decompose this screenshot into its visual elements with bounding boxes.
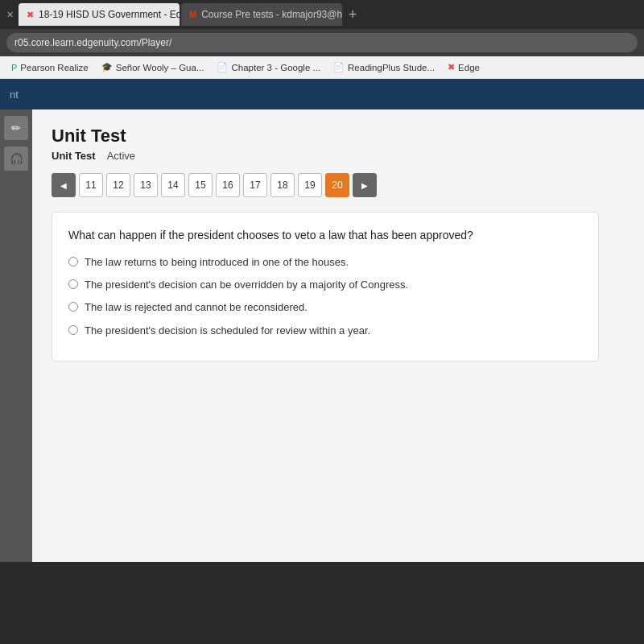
tab-favicon-gmail: M	[189, 10, 196, 19]
unit-test-label: Unit Test	[52, 150, 96, 162]
edgenuity-nav: nt	[0, 79, 644, 109]
new-tab-button[interactable]: +	[344, 6, 362, 23]
question-text: What can happen if the president chooses…	[68, 227, 582, 244]
answer-text-1: The law returns to being introduced in o…	[85, 255, 349, 270]
nav-q18[interactable]: 18	[270, 173, 295, 197]
answer-text-3: The law is rejected and cannot be recons…	[85, 300, 308, 315]
tab-edgenuity[interactable]: ✖ 18-19 HISD US Government - Edg ✕	[19, 3, 180, 26]
sidebar-pencil-icon[interactable]: ✏	[4, 116, 28, 140]
answer-option-2[interactable]: The president's decision can be overridd…	[68, 278, 582, 292]
nav-q12[interactable]: 12	[106, 173, 130, 197]
unit-test-subtitle: Unit Test Active	[52, 150, 625, 162]
address-input[interactable]	[6, 33, 638, 52]
sidebar-headphone-icon[interactable]: 🎧	[4, 147, 28, 171]
answer-text-4: The president's decision is scheduled fo…	[85, 324, 370, 338]
question-card: What can happen if the president chooses…	[52, 212, 599, 361]
nav-q20[interactable]: 20	[325, 173, 349, 197]
bookmark-readingplus[interactable]: 📄 ReadingPlus Stude...	[328, 60, 440, 74]
tab-gmail[interactable]: M Course Pre tests - kdmajor93@h ✕	[181, 3, 342, 26]
address-bar	[0, 29, 644, 56]
bookmark-pearson[interactable]: P Pearson Realize	[6, 61, 93, 74]
nav-q16[interactable]: 16	[216, 173, 240, 197]
radio-2[interactable]	[68, 279, 78, 289]
answer-option-3[interactable]: The law is rejected and cannot be recons…	[68, 300, 582, 315]
tab-bar: ✕ ✖ 18-19 HISD US Government - Edg ✕ M C…	[0, 0, 644, 29]
nav-q17[interactable]: 17	[243, 173, 267, 197]
answer-option-4[interactable]: The president's decision is scheduled fo…	[68, 324, 582, 338]
bookmark-label-senor: Señor Wooly – Gua...	[116, 63, 204, 72]
nav-prev-button[interactable]: ◀	[52, 173, 76, 197]
bookmark-edge[interactable]: ✖ Edge	[443, 60, 485, 74]
radio-4[interactable]	[68, 325, 78, 335]
active-status: Active	[107, 150, 135, 162]
bookmark-icon-chapter3: 📄	[217, 62, 228, 72]
bookmark-label-edge: Edge	[458, 63, 480, 72]
nav-next-button[interactable]: ▶	[353, 173, 377, 197]
nav-prev-icon: ◀	[60, 181, 67, 190]
content-panel: Unit Test Unit Test Active ◀ 11 12 13 14…	[32, 109, 644, 562]
bookmark-icon-pearson: P	[11, 63, 17, 72]
bookmark-icon-edge: ✖	[448, 62, 455, 72]
radio-3[interactable]	[68, 302, 78, 312]
bookmark-label-pearson: Pearson Realize	[20, 63, 88, 72]
page-content: nt ✏ 🎧 Unit Test Unit Test Active ◀ 11 1…	[0, 79, 644, 562]
tab-label-edgenuity: 18-19 HISD US Government - Edg	[39, 9, 180, 20]
bookmarks-bar: P Pearson Realize 🎓 Señor Wooly – Gua...…	[0, 56, 644, 79]
radio-1[interactable]	[68, 257, 78, 266]
bookmark-senor[interactable]: 🎓 Señor Wooly – Gua...	[97, 60, 209, 74]
nav-q13[interactable]: 13	[134, 173, 158, 197]
bookmark-icon-senor: 🎓	[101, 62, 113, 72]
answer-option-1[interactable]: The law returns to being introduced in o…	[68, 255, 582, 270]
unit-test-title: Unit Test	[52, 126, 625, 147]
nav-q14[interactable]: 14	[161, 173, 185, 197]
nav-q15[interactable]: 15	[188, 173, 213, 197]
answer-text-2: The president's decision can be overridd…	[85, 278, 408, 292]
bookmark-label-readingplus: ReadingPlus Stude...	[348, 63, 435, 72]
nav-text: nt	[10, 89, 19, 101]
bookmark-chapter3[interactable]: 📄 Chapter 3 - Google ...	[212, 60, 325, 74]
browser-close-button[interactable]: ✕	[3, 10, 17, 20]
nav-next-icon: ▶	[361, 181, 368, 190]
browser-chrome: ✕ ✖ 18-19 HISD US Government - Edg ✕ M C…	[0, 0, 644, 79]
tab-favicon-edgenuity: ✖	[27, 10, 34, 20]
main-area: ✏ 🎧 Unit Test Unit Test Active ◀ 11 12 1…	[0, 109, 644, 562]
bookmark-icon-readingplus: 📄	[333, 62, 345, 72]
left-sidebar: ✏ 🎧	[0, 109, 32, 562]
nav-q11[interactable]: 11	[79, 173, 103, 197]
bookmark-label-chapter3: Chapter 3 - Google ...	[231, 63, 320, 72]
question-nav: ◀ 11 12 13 14 15 16 17 18 19 20 ▶	[52, 173, 625, 197]
tab-label-gmail: Course Pre tests - kdmajor93@h	[201, 9, 342, 20]
nav-q19[interactable]: 19	[298, 173, 322, 197]
